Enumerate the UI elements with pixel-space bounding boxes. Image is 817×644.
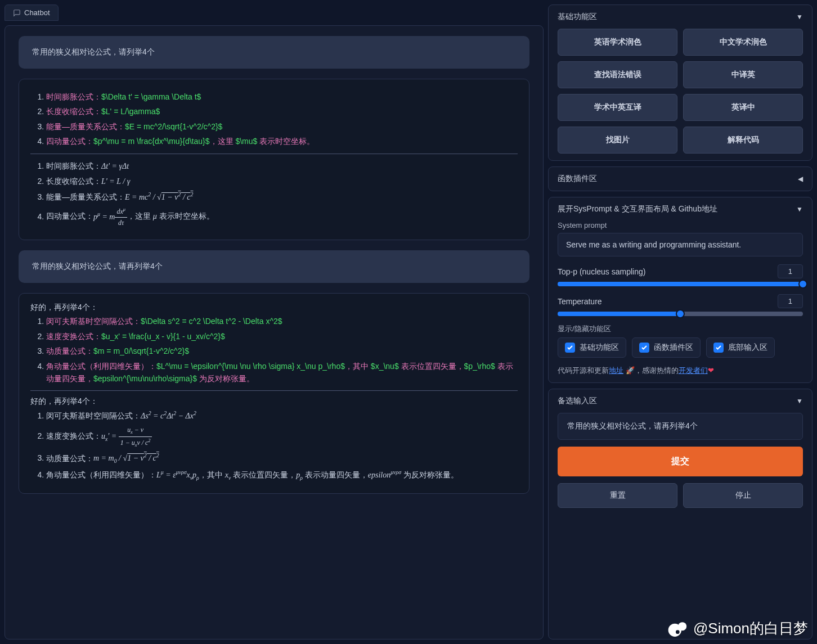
checkbox-label: 函数插件区 — [654, 343, 693, 353]
formula-item: 能量—质量关系公式：E = mc2 / √1 − v2 / c2 — [46, 190, 518, 204]
bot-intro: 好的，再列举4个： — [30, 303, 518, 313]
plugins-panel: 函数插件区 ◀ — [548, 166, 812, 191]
panel-toggle-input[interactable]: 备选输入区 ▼ — [558, 396, 803, 406]
checkbox-icon — [639, 343, 649, 353]
panel-title: 函数插件区 — [558, 174, 597, 184]
formula-item: 速度变换公式：$u_x' = \frac{u_x - v}{1 - u_xv/c… — [46, 330, 518, 343]
user-text: 常用的狭义相对论公式，请列举4个 — [32, 47, 155, 56]
temp-label: Temperature — [558, 297, 602, 306]
function-button[interactable]: 找图片 — [558, 127, 677, 154]
stop-button[interactable]: 停止 — [683, 483, 803, 508]
sys-panel: 展开SysPrompt & 交互界面布局 & Github地址 ▼ System… — [548, 197, 812, 383]
system-prompt-label: System prompt — [558, 221, 803, 229]
tab-chatbot[interactable]: Chatbot — [5, 4, 59, 21]
bot-intro: 好的，再列举4个： — [30, 397, 518, 407]
heart-icon: ❤ — [708, 366, 714, 375]
checkbox-item[interactable]: 底部输入区 — [706, 337, 775, 358]
formula-item: 四动量公式：$p^\mu = m \frac{dx^\mu}{d\tau}$，这… — [46, 135, 518, 147]
slider-thumb[interactable] — [798, 280, 807, 289]
checkbox-icon — [565, 343, 575, 353]
topp-slider[interactable] — [558, 282, 803, 286]
alt-input-value: 常用的狭义相对论公式，请再列举4个 — [567, 421, 698, 430]
function-button[interactable]: 英译中 — [683, 94, 803, 121]
checkbox-icon — [713, 343, 724, 353]
source-link[interactable]: 地址 — [609, 366, 623, 375]
formula-item: 动质量公式：m = m0 / √1 − v2 / c2 — [46, 452, 518, 466]
function-button[interactable]: 学术中英互译 — [558, 94, 677, 121]
temp-slider[interactable] — [558, 312, 803, 316]
panel-title: 基础功能区 — [558, 12, 597, 22]
formula-item: 能量—质量关系公式：$E = mc^2/\sqrt{1-v^2/c^2}$ — [46, 120, 518, 133]
panel-toggle-basic[interactable]: 基础功能区 ▼ — [558, 12, 803, 22]
basic-panel: 基础功能区 ▼ 英语学术润色中文学术润色查找语法错误中译英学术中英互译英译中找图… — [548, 4, 812, 161]
checkbox-item[interactable]: 基础功能区 — [558, 337, 626, 358]
formula-item: 动质量公式：$m = m_0/\sqrt{1-v^2/c^2}$ — [46, 345, 518, 357]
panel-title: 备选输入区 — [558, 396, 597, 406]
checkbox-label: 基础功能区 — [580, 343, 619, 353]
chat-area: 常用的狭义相对论公式，请列举4个 时间膨胀公式：$\Delta t' = \ga… — [5, 25, 544, 640]
system-prompt-input[interactable]: Serve me as a writing and programming as… — [558, 233, 803, 256]
chevron-down-icon: ▼ — [796, 13, 803, 21]
credit-line: 代码开源和更新地址 🚀，感谢热情的开发者们❤ — [558, 366, 803, 376]
reset-button[interactable]: 重置 — [558, 483, 677, 508]
formula-item: 时间膨胀公式：Δt' = γΔt — [46, 160, 518, 173]
topp-value[interactable]: 1 — [778, 264, 803, 278]
visibility-label: 显示/隐藏功能区 — [558, 324, 803, 334]
panel-toggle-plugins[interactable]: 函数插件区 ◀ — [558, 174, 803, 184]
function-button[interactable]: 查找语法错误 — [558, 61, 677, 88]
panel-title: 展开SysPrompt & 交互界面布局 & Github地址 — [558, 204, 717, 214]
tab-label: Chatbot — [24, 8, 50, 17]
formula-item: 角动量公式（利用四维矢量）：$L^\mu = \epsilon^{\mu \nu… — [46, 360, 518, 385]
chevron-down-icon: ▼ — [796, 397, 803, 405]
chevron-left-icon: ◀ — [798, 175, 803, 183]
user-message: 常用的狭义相对论公式，请列举4个 — [19, 36, 529, 69]
checkbox-label: 底部输入区 — [728, 343, 767, 353]
system-prompt-value: Serve me as a writing and programming as… — [566, 240, 741, 249]
panel-toggle-sys[interactable]: 展开SysPrompt & 交互界面布局 & Github地址 ▼ — [558, 204, 803, 214]
formula-item: 速度变换公式：ux' = ux − v1 − uxv / c2 — [46, 425, 518, 449]
function-button[interactable]: 英语学术润色 — [558, 29, 677, 56]
topp-label: Top-p (nucleus sampling) — [558, 267, 645, 276]
formula-item: 长度收缩公式：L' = L / γ — [46, 175, 518, 188]
formula-item: 角动量公式（利用四维矢量）：Lμ = εμνρσxνpρ，其中 xν 表示位置四… — [46, 468, 518, 482]
devs-link[interactable]: 开发者们 — [679, 366, 708, 375]
bot-message: 时间膨胀公式：$\Delta t' = \gamma \Delta t$长度收缩… — [19, 79, 529, 240]
function-button[interactable]: 中译英 — [683, 61, 803, 88]
user-message: 常用的狭义相对论公式，请再列举4个 — [19, 250, 529, 283]
formula-item: 四动量公式：pμ = mdxμdτ，这里 μ 表示时空坐标。 — [46, 206, 518, 228]
formula-item: 闵可夫斯基时空间隔公式：Δs2 = c2Δt2 − Δx2 — [46, 409, 518, 422]
tab-bar: Chatbot — [5, 4, 544, 21]
chevron-down-icon: ▼ — [796, 205, 803, 213]
formula-item: 时间膨胀公式：$\Delta t' = \gamma \Delta t$ — [46, 91, 518, 103]
input-panel: 备选输入区 ▼ 常用的狭义相对论公式，请再列举4个 提交 重置 停止 — [548, 389, 812, 640]
bot-message: 好的，再列举4个： 闵可夫斯基时空间隔公式：$\Delta s^2 = c^2 … — [19, 293, 529, 494]
function-button[interactable]: 中文学术润色 — [683, 29, 803, 56]
alt-input[interactable]: 常用的狭义相对论公式，请再列举4个 — [558, 413, 803, 440]
function-button[interactable]: 解释代码 — [683, 127, 803, 154]
formula-item: 闵可夫斯基时空间隔公式：$\Delta s^2 = c^2 \Delta t^2… — [46, 315, 518, 327]
checkbox-item[interactable]: 函数插件区 — [632, 337, 701, 358]
chat-icon — [13, 9, 21, 17]
submit-button[interactable]: 提交 — [558, 447, 803, 476]
formula-item: 长度收缩公式：$L' = L/\gamma$ — [46, 105, 518, 118]
slider-thumb[interactable] — [676, 309, 685, 318]
temp-value[interactable]: 1 — [778, 294, 803, 308]
user-text: 常用的狭义相对论公式，请再列举4个 — [32, 262, 163, 271]
